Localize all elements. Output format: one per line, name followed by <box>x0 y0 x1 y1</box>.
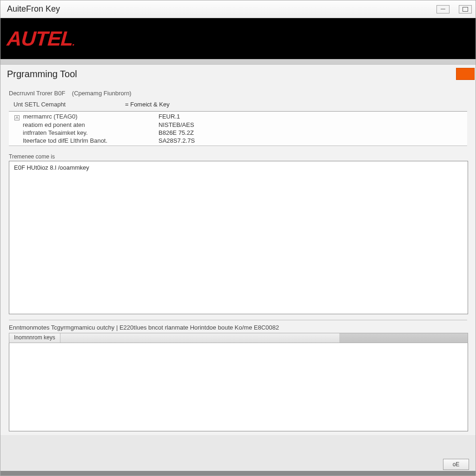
bottom-bar <box>0 471 476 476</box>
info-value: NISTEB/AES <box>159 121 194 128</box>
maximize-button[interactable] <box>459 5 472 13</box>
status-line: Enntmonmotes Tcgyrmgmamicu outchy | E220… <box>9 323 467 333</box>
panel-header: Prgramming Tool <box>0 65 476 83</box>
app-window: AuiteFron Key AUTEL. Prgramming Tool Dec… <box>0 0 476 476</box>
window-controls <box>436 5 472 13</box>
info-row: reatiom ed ponent aten NISTEB/AES <box>9 121 467 129</box>
info-value: SA28S7.2.7S <box>159 137 195 144</box>
info-label: intfrraten Tesaimket key. <box>14 129 159 136</box>
footer-buttons: oE <box>443 459 469 470</box>
info-row: intfrraten Tesaimket key. B826E 75.2Z <box>9 129 467 137</box>
window-title: AuiteFron Key <box>4 4 60 14</box>
info-table: A mermamrc (TEAG0) FEUR.1 reatiom ed pon… <box>9 111 467 146</box>
section-label: Tremenee come is <box>9 153 467 160</box>
info-value: B826E 75.2Z <box>159 129 194 136</box>
titlebar: AuiteFron Key <box>0 0 476 18</box>
brand-logo: AUTEL. <box>6 27 76 50</box>
log-textarea[interactable]: E0F HUt0ioz 8.l /ooammkey <box>9 161 468 314</box>
tab-keys[interactable]: Inomnnrom keys <box>9 333 60 343</box>
info-row: A mermamrc (TEAG0) FEUR.1 <box>9 112 467 121</box>
tab-spacer <box>60 333 339 343</box>
checkbox-icon[interactable]: A <box>14 115 20 120</box>
subheader-left: Unt SETL Cemapht <box>9 101 125 108</box>
breadcrumb: Decrruvnl Trorer B0F (Cpemamg Fiunbrorn) <box>9 90 467 97</box>
tab-shade <box>339 333 468 343</box>
content-area: Decrruvnl Trorer B0F (Cpemamg Fiunbrorn)… <box>0 83 476 435</box>
minimize-button[interactable] <box>436 5 450 13</box>
keys-list[interactable] <box>9 343 468 431</box>
info-label: reatiom ed ponent aten <box>14 121 159 128</box>
panel-title: Prgramming Tool <box>7 69 77 79</box>
info-label: Iteerface tod difE Llthrlm Banot. <box>14 137 159 144</box>
ok-button[interactable]: oE <box>443 459 469 470</box>
subheader-right: = Fomeict & Key <box>125 101 170 108</box>
divider <box>0 59 476 65</box>
info-value: FEUR.1 <box>159 113 180 120</box>
brand-bar: AUTEL. <box>0 18 476 59</box>
tabs-row: Inomnnrom keys <box>9 333 468 343</box>
info-label: mermamrc (TEAG0) <box>23 113 78 120</box>
separator <box>9 320 467 320</box>
info-row: Iteerface tod difE Llthrlm Banot. SA28S7… <box>9 137 467 145</box>
action-button-orange[interactable] <box>456 68 475 80</box>
subheader-row: Unt SETL Cemapht = Fomeict & Key <box>9 99 467 109</box>
